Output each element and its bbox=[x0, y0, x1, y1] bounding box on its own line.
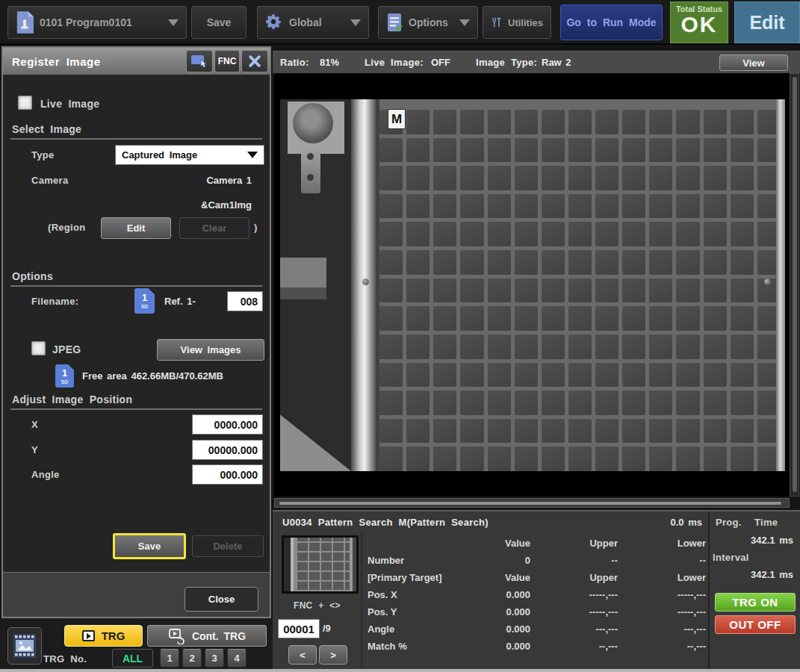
utilities-button[interactable]: Utilities bbox=[483, 6, 551, 39]
grid-cell bbox=[649, 110, 672, 134]
free-area-text: Free area 462.66MB/470.62MB bbox=[82, 370, 223, 382]
film-strip-icon bbox=[12, 632, 37, 659]
grid-cell bbox=[488, 306, 511, 331]
grid-cell bbox=[488, 166, 511, 190]
fnc-button[interactable]: FNC bbox=[214, 50, 240, 72]
grid-cell bbox=[731, 222, 754, 246]
grid-cell bbox=[542, 279, 565, 303]
delete-image-button[interactable]: Delete bbox=[192, 535, 264, 557]
grid-cell bbox=[406, 110, 430, 134]
grid-cell bbox=[542, 194, 565, 219]
grid-cell bbox=[379, 335, 403, 359]
region-edit-button[interactable]: Edit bbox=[101, 217, 171, 239]
trg-on-label: TRG ON bbox=[732, 596, 778, 609]
screw bbox=[362, 279, 369, 285]
trg-no-all-button[interactable]: ALL bbox=[112, 649, 153, 668]
grid-cell bbox=[704, 363, 727, 388]
live-image-checkbox[interactable] bbox=[18, 96, 32, 110]
save-image-button[interactable]: Save bbox=[113, 533, 186, 559]
view-button-label: View bbox=[742, 57, 764, 69]
grid-cell bbox=[542, 335, 565, 359]
trg-no-3-button[interactable]: 3 bbox=[205, 649, 224, 668]
grid-cell bbox=[379, 447, 403, 471]
image-type-value: Raw 2 bbox=[542, 57, 571, 68]
grid-cell bbox=[406, 419, 430, 444]
grid-cell bbox=[676, 363, 699, 388]
grid-cell bbox=[488, 335, 511, 359]
page-number-input[interactable] bbox=[278, 619, 320, 638]
vertical-scrollbar[interactable] bbox=[790, 73, 799, 497]
grid-cell bbox=[433, 110, 456, 134]
close-button[interactable]: Close bbox=[185, 587, 258, 612]
grid-cell bbox=[542, 166, 565, 190]
row-value: 0.000 bbox=[457, 603, 530, 620]
grid-cell bbox=[704, 447, 727, 471]
prev-page-button[interactable]: < bbox=[288, 645, 317, 665]
grid-cell bbox=[460, 110, 483, 134]
touch-panel-button[interactable] bbox=[186, 50, 213, 72]
row-upper: -----,--- bbox=[539, 603, 618, 620]
camera-value: Camera 1 bbox=[206, 175, 252, 186]
horizontal-scrollbar-thumb[interactable] bbox=[279, 502, 781, 505]
screw bbox=[764, 279, 771, 285]
view-images-button[interactable]: View Images bbox=[157, 339, 264, 361]
image-type-label: Image Type: bbox=[476, 57, 537, 68]
grid-cell bbox=[488, 250, 511, 275]
image-history-button[interactable] bbox=[7, 627, 42, 665]
grid-cell bbox=[460, 194, 483, 219]
program-file-icon bbox=[16, 11, 34, 34]
options-section-label: Options bbox=[12, 270, 53, 282]
bracket-hole bbox=[307, 153, 314, 160]
aluminum-rail-right bbox=[776, 99, 785, 471]
grid-cell bbox=[515, 110, 538, 134]
trg-no-2-button[interactable]: 2 bbox=[182, 649, 202, 668]
live-image-label: Live Image bbox=[40, 98, 99, 110]
row-upper: ---,--- bbox=[539, 620, 618, 638]
trg-no-4-button[interactable]: 4 bbox=[227, 649, 246, 668]
view-button[interactable]: View bbox=[719, 55, 788, 71]
grid-cell bbox=[379, 250, 403, 275]
trg-button[interactable]: TRG bbox=[64, 625, 143, 647]
go-to-run-mode-button[interactable]: Go to Run Mode bbox=[560, 4, 663, 40]
grid-cell bbox=[379, 363, 403, 388]
vertical-scrollbar-thumb[interactable] bbox=[793, 77, 797, 492]
angle-input[interactable] bbox=[192, 464, 263, 485]
shelf-shadow bbox=[280, 287, 326, 299]
grid-cell bbox=[379, 279, 403, 303]
y-input[interactable] bbox=[192, 440, 263, 460]
options-select[interactable]: Options bbox=[378, 6, 478, 39]
trg-on-indicator[interactable]: TRG ON bbox=[715, 593, 796, 612]
jpeg-checkbox[interactable] bbox=[31, 341, 46, 355]
type-dropdown[interactable]: Captured Image bbox=[115, 145, 264, 165]
close-dialog-button[interactable] bbox=[241, 50, 268, 72]
save-program-button[interactable]: Save bbox=[191, 6, 246, 39]
options-select-label: Options bbox=[409, 16, 448, 28]
grid-cell bbox=[595, 419, 618, 444]
grid-cell bbox=[433, 391, 456, 415]
x-input[interactable] bbox=[192, 414, 263, 435]
camera-image-viewport: M bbox=[274, 73, 790, 497]
table-row: Pos. X 0.000 -----,--- -----,--- bbox=[368, 586, 708, 603]
region-clear-button[interactable]: Clear bbox=[179, 217, 249, 239]
global-select[interactable]: Global bbox=[257, 6, 369, 39]
grid-cell bbox=[542, 306, 565, 331]
grid-cell bbox=[515, 166, 538, 190]
grid-cell bbox=[568, 110, 592, 134]
grid-cell bbox=[622, 306, 645, 331]
shelf-edge bbox=[280, 258, 326, 287]
edit-mode-indicator[interactable]: Edit bbox=[734, 1, 800, 43]
save-program-label: Save bbox=[207, 16, 232, 28]
next-page-button[interactable]: > bbox=[319, 645, 347, 665]
trg-no-1-button[interactable]: 1 bbox=[160, 649, 179, 668]
grid-cell bbox=[379, 222, 403, 246]
grid-cell bbox=[568, 222, 592, 246]
grid-cell bbox=[406, 138, 430, 163]
live-image-state-value: OFF bbox=[431, 57, 450, 68]
out-off-indicator[interactable]: OUT OFF bbox=[715, 615, 796, 634]
program-select[interactable]: 0101 Program0101 bbox=[7, 6, 187, 39]
horizontal-scrollbar[interactable] bbox=[274, 498, 790, 508]
grid-cell bbox=[460, 391, 483, 415]
cont-trg-button[interactable]: Cont. TRG bbox=[147, 625, 267, 647]
ref-number-input[interactable] bbox=[227, 291, 263, 311]
grid-cell bbox=[676, 279, 699, 303]
